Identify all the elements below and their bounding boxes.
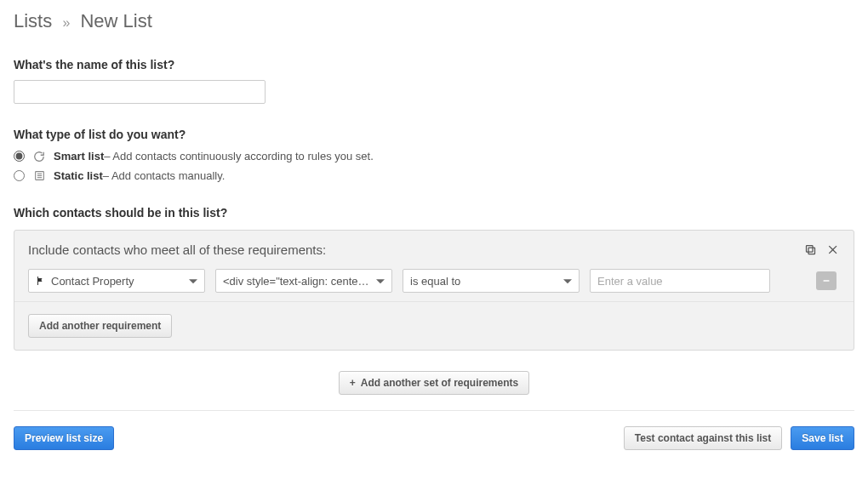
property-select[interactable]: <div style="text-align: center;">… (215, 269, 392, 293)
breadcrumb-current: New List (80, 10, 151, 31)
rules-panel-header: Include contacts who meet all of these r… (14, 231, 854, 265)
svg-rect-6 (824, 280, 830, 282)
property-type-label: Contact Property (51, 275, 134, 288)
add-requirement-button[interactable]: Add another requirement (28, 314, 172, 338)
list-name-input[interactable] (14, 80, 266, 104)
static-desc: – Add contacts manually. (103, 169, 226, 182)
question-contacts: Which contacts should be in this list? (14, 206, 854, 220)
preview-size-label: Preview list size (25, 432, 103, 444)
radio-smart[interactable] (14, 151, 25, 162)
breadcrumb-root[interactable]: Lists (14, 10, 52, 31)
rules-panel-footer: Add another requirement (14, 302, 854, 350)
chevron-down-icon (376, 279, 385, 283)
operator-select[interactable]: is equal to (403, 269, 580, 293)
plus-icon: + (350, 377, 356, 389)
rules-panel: Include contacts who meet all of these r… (14, 230, 854, 351)
property-value-label: <div style="text-align: center;">… (223, 275, 369, 288)
question-type: What type of list do you want? (14, 128, 854, 141)
flag-icon (36, 276, 46, 286)
page-footer: Preview list size Test contact against t… (14, 410, 854, 450)
close-icon[interactable] (827, 243, 840, 256)
breadcrumb-separator-icon: » (62, 15, 70, 30)
breadcrumb: Lists » New List (14, 10, 854, 32)
list-icon (33, 170, 45, 182)
rules-header-text: Include contacts who meet all of these r… (28, 242, 326, 257)
rule-value-input[interactable] (590, 269, 770, 293)
rule-row: Contact Property <div style="text-align:… (14, 265, 854, 302)
question-name: What's the name of this list? (14, 58, 854, 71)
chevron-down-icon (189, 279, 197, 283)
svg-rect-4 (808, 248, 815, 254)
save-list-label: Save list (802, 432, 843, 444)
add-requirement-label: Add another requirement (39, 320, 161, 332)
add-requirement-set-button[interactable]: + Add another set of requirements (339, 371, 529, 395)
chevron-down-icon (563, 279, 572, 283)
list-type-smart[interactable]: Smart list– Add contacts continuously ac… (14, 150, 854, 163)
duplicate-icon[interactable] (804, 243, 817, 256)
remove-requirement-button[interactable] (816, 271, 837, 290)
operator-label: is equal to (410, 275, 460, 288)
radio-static[interactable] (14, 170, 25, 181)
rules-header-actions (804, 243, 840, 256)
static-label: Static list (54, 169, 103, 182)
svg-rect-5 (807, 246, 814, 253)
list-type-static[interactable]: Static list– Add contacts manually. (14, 169, 854, 182)
test-contact-button[interactable]: Test contact against this list (624, 426, 782, 450)
save-list-button[interactable]: Save list (791, 426, 854, 450)
preview-list-size-button[interactable]: Preview list size (14, 426, 114, 450)
property-type-select[interactable]: Contact Property (28, 269, 205, 293)
add-set-label: Add another set of requirements (361, 377, 518, 389)
smart-label: Smart list (54, 150, 104, 163)
test-contact-label: Test contact against this list (635, 432, 771, 444)
add-set-row: + Add another set of requirements (14, 371, 854, 395)
refresh-icon (33, 151, 45, 163)
smart-desc: – Add contacts continuously according to… (104, 150, 374, 163)
